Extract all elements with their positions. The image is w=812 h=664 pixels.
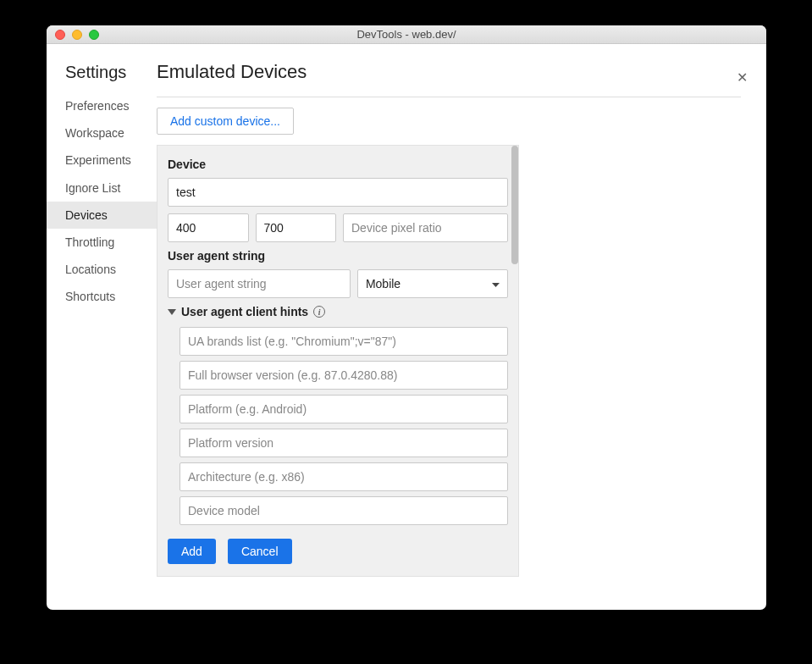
disclosure-triangle-icon (168, 309, 176, 315)
device-dpr-input[interactable] (343, 213, 508, 242)
ua-type-select[interactable] (357, 269, 508, 298)
add-button[interactable]: Add (168, 539, 216, 564)
panel-scrollbar[interactable] (511, 146, 518, 264)
settings-sidebar: Settings Preferences Workspace Experimen… (47, 44, 157, 610)
ua-type-select-wrap[interactable] (357, 269, 508, 298)
info-icon[interactable]: i (313, 306, 325, 318)
device-width-input[interactable] (168, 213, 249, 242)
close-window-button[interactable] (55, 30, 65, 40)
sidebar-item-throttling[interactable]: Throttling (47, 229, 157, 256)
settings-body: ✕ Settings Preferences Workspace Experim… (47, 44, 766, 610)
ua-architecture-input[interactable] (180, 462, 508, 491)
ua-brands-input[interactable] (180, 327, 508, 356)
minimize-window-button[interactable] (72, 30, 82, 40)
device-form-panel: Device User agent string (157, 145, 519, 577)
page-title: Emulated Devices (157, 61, 741, 83)
ua-model-input[interactable] (180, 496, 508, 525)
device-height-input[interactable] (256, 213, 337, 242)
ua-hints-label: User agent client hints (181, 305, 308, 318)
divider (157, 97, 741, 97)
sidebar-item-experiments[interactable]: Experiments (47, 147, 157, 174)
ua-platform-version-input[interactable] (180, 429, 508, 457)
settings-main: Emulated Devices Add custom device... De… (157, 44, 766, 610)
zoom-window-button[interactable] (89, 30, 99, 40)
sidebar-item-preferences[interactable]: Preferences (47, 92, 157, 119)
form-buttons: Add Cancel (168, 539, 508, 564)
ua-string-input[interactable] (168, 269, 351, 298)
ua-hints-header[interactable]: User agent client hints i (168, 305, 508, 318)
sidebar-item-ignore-list[interactable]: Ignore List (47, 174, 157, 202)
device-name-input[interactable] (168, 178, 508, 207)
titlebar: DevTools - web.dev/ (47, 25, 766, 44)
window-title: DevTools - web.dev/ (47, 28, 766, 41)
ua-section-label: User agent string (168, 249, 508, 263)
traffic-lights (47, 30, 99, 40)
sidebar-item-shortcuts[interactable]: Shortcuts (47, 283, 157, 310)
device-section-label: Device (168, 158, 508, 171)
add-custom-device-button[interactable]: Add custom device... (157, 108, 294, 135)
sidebar-item-workspace[interactable]: Workspace (47, 119, 157, 147)
cancel-button[interactable]: Cancel (228, 539, 292, 564)
ua-full-version-input[interactable] (180, 361, 508, 390)
sidebar-item-devices[interactable]: Devices (47, 202, 157, 229)
sidebar-title: Settings (47, 63, 157, 92)
sidebar-item-locations[interactable]: Locations (47, 256, 157, 283)
ua-hints-group (168, 327, 508, 530)
ua-platform-input[interactable] (180, 395, 508, 423)
devtools-window: DevTools - web.dev/ ✕ Settings Preferenc… (47, 25, 766, 610)
